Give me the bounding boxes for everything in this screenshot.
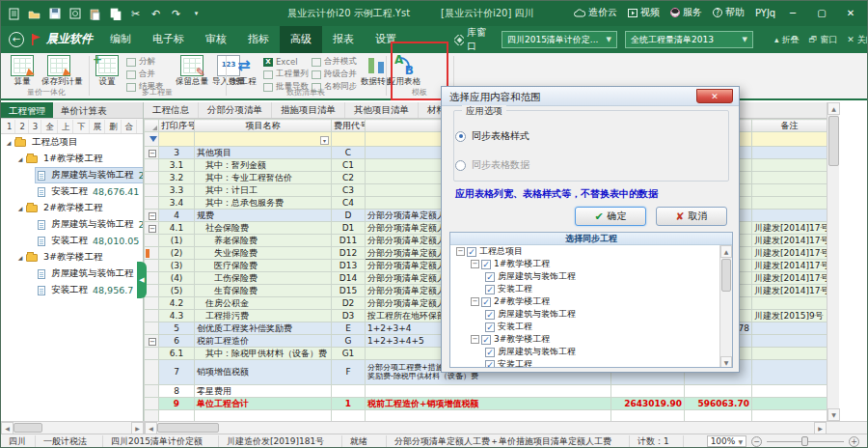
tree-expander-icon[interactable]: ◢ [5,139,13,146]
quantity-column-button[interactable]: 工程量列 [263,69,309,80]
cell-print-no[interactable]: 3.4 [159,197,195,210]
panel-tab-单价计算表[interactable]: 单价计算表 [53,102,115,118]
project-tree-item[interactable]: ◢3#教学楼工程 [1,249,143,266]
column-header[interactable] [145,120,159,132]
cell-item-name[interactable]: 其中：除税甲供材料（设备）费 [195,348,332,360]
cross-level-merge-button[interactable]: 跨级合并 [312,69,357,80]
sync-style-radio[interactable]: 同步表格样式 [455,129,529,143]
empty-cell[interactable] [159,410,195,422]
cell-amount-2[interactable] [685,385,752,398]
table-horizontal-scrollbar[interactable]: ◀ ▶ [144,422,827,434]
cell-remark[interactable]: 川建发[2014]17号 [752,222,827,235]
empty-cell[interactable] [332,410,366,422]
project-tree-item[interactable]: 房屋建筑与装饰工程2,... [1,167,143,183]
cell-item-name[interactable]: 其中：暂列金额 [195,159,332,172]
cell-item-name[interactable]: 税前工程造价 [195,335,332,348]
cell-print-no[interactable]: (1) [159,235,195,247]
cell-fee-code[interactable]: C1 [332,159,366,172]
scroll-down-icon[interactable]: ▼ [827,408,840,421]
vertical-scrollbar[interactable]: ▲ ▼ [827,102,839,421]
collapse-icon[interactable]: − [149,338,156,346]
cell-remark[interactable] [752,385,827,398]
excel-button[interactable]: XExcel [263,56,309,68]
tree-expander-icon[interactable]: ◢ [16,254,24,261]
merge-button[interactable]: 合并 [126,69,164,80]
tree-tool-1[interactable]: 1 [4,120,15,133]
cell-remark[interactable] [752,147,827,159]
sheet-tab-工程信息[interactable]: 工程信息 [144,102,199,118]
qat-more-icon[interactable]: ▾ [189,7,203,21]
column-header-费用代号[interactable]: 费用代号 [332,120,366,132]
filter-funnel-icon[interactable] [149,136,157,142]
cell-amount-1[interactable] [611,385,685,398]
sync-tree-item[interactable]: ✓房屋建筑与装饰工程 [450,346,732,358]
tree-tool-全[interactable]: 全 [42,120,58,133]
scroll-thumb[interactable] [14,423,42,433]
row-indicator[interactable]: − [145,222,159,235]
save-icon[interactable] [47,7,62,21]
column-header-打印序号[interactable]: 打印序号 [159,120,195,132]
menu-tab-编制[interactable]: 编制 [99,26,142,53]
cell-item-name[interactable]: 养老保险费 [195,235,332,247]
vertical-scroll-thumb[interactable] [828,116,839,166]
checkbox-checked-icon[interactable]: ✓ [485,310,495,320]
undo-icon[interactable]: ↶ [149,7,163,21]
help-link[interactable]: ?帮助 [713,6,745,19]
maximize-button[interactable]: ▢ [807,1,836,24]
tree-expander-icon[interactable]: − [471,297,479,306]
minimize-button[interactable]: ─ [778,1,807,24]
cell-item-name[interactable]: 零星费用 [195,385,332,398]
collapse-icon[interactable]: − [149,212,156,220]
cancel-button[interactable]: ✘取消 [656,207,727,226]
checkbox-checked-icon[interactable]: ✓ [481,260,491,269]
filter-cell[interactable] [332,132,366,147]
back-button[interactable]: ← [9,32,24,47]
cell-item-name[interactable]: 单位工程合计 [195,398,332,410]
cell-fee-code[interactable]: C [332,147,366,159]
cell-remark[interactable] [752,210,827,222]
quota-standard-dropdown[interactable]: 四川2015清单计价定...▼ [502,31,617,48]
ok-button[interactable]: ✔确定 [575,207,646,226]
cell-print-no[interactable]: 4.3 [159,310,195,322]
sync-tree-item[interactable]: ✓房屋建筑与装饰工程 [450,308,732,321]
cell-remark[interactable] [752,172,827,184]
filter-dropdown-icon[interactable]: ▾ [320,136,329,145]
decompose-button[interactable]: 分解 [126,56,164,68]
cell-item-name[interactable]: 住房公积金 [195,297,332,310]
checkbox-checked-icon[interactable]: ✓ [485,348,495,357]
zoom-out-icon[interactable]: − [751,436,762,447]
cell-print-no[interactable]: 5 [159,322,195,335]
cell-print-no[interactable]: 6.1 [159,348,195,360]
row-indicator[interactable] [145,385,159,398]
filter-cell[interactable]: ▾ [195,132,332,147]
save-to-measure-button[interactable]: 保存到计量 [41,55,76,86]
list-standard-dropdown[interactable]: 全统工程量清单2013▼ [625,31,753,48]
sync-tree-item[interactable]: −✓1#教学楼工程 [450,258,732,270]
cell-amount-2[interactable]: 596063.70 [685,398,752,410]
sync-tree-item[interactable]: −✓3#教学楼工程 [450,333,732,346]
zoom-slider-thumb[interactable] [801,436,808,446]
zoom-slider[interactable] [767,435,844,447]
sync-tree-item[interactable]: −✓2#教学楼工程 [450,295,732,308]
cell-fee-code[interactable]: F [332,360,366,385]
cell-item-name[interactable]: 销项增值税额 [195,360,332,385]
window-action-button[interactable]: 🗗 窗口 [808,34,837,46]
checkbox-checked-icon[interactable]: ✓ [485,272,495,282]
cell-remark[interactable]: 川建发[2014]17号 [752,260,827,272]
cell-print-no[interactable]: 4.1 [159,222,195,235]
row-indicator[interactable] [145,310,159,322]
tree-tool-删[interactable]: 删 [106,120,122,133]
project-tree-item[interactable]: ◢2#教学楼工程 [1,200,143,216]
cell-remark[interactable] [752,348,827,360]
cell-fee-code[interactable]: G [332,335,366,348]
row-indicator[interactable]: − [145,335,159,348]
tree-expander-icon[interactable]: ◢ [16,155,24,162]
scroll-up-icon[interactable]: ▲ [827,102,840,115]
project-tree-item[interactable]: 安装工程48,956.7 [1,282,143,298]
paste-icon[interactable] [88,7,102,21]
cell-remark[interactable]: 川建发[2015]9号 [752,310,827,322]
sync-tree-item[interactable]: ✓安装工程 [450,321,732,333]
tree-tool-上[interactable]: 上 [59,120,74,133]
close-action-button[interactable]: ✕ 关闭 [847,34,868,46]
cut-icon[interactable]: ✂ [128,7,143,21]
